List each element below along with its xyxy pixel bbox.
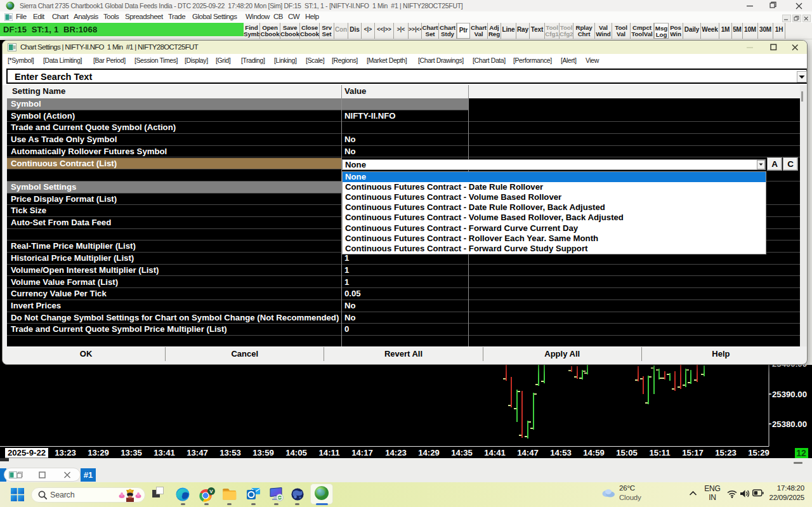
svg-text:13:59: 13:59 bbox=[252, 448, 274, 458]
svg-text:13:53: 13:53 bbox=[219, 448, 241, 458]
svg-text:13:41: 13:41 bbox=[154, 448, 175, 458]
svg-text:14:05: 14:05 bbox=[285, 448, 307, 458]
svg-text:15:29: 15:29 bbox=[748, 448, 769, 458]
svg-text:15:17: 15:17 bbox=[682, 448, 704, 458]
svg-text:25380.00: 25380.00 bbox=[772, 419, 807, 429]
svg-text:14:59: 14:59 bbox=[583, 448, 605, 458]
svg-text:15:05: 15:05 bbox=[616, 448, 638, 458]
svg-text:14:35: 14:35 bbox=[451, 448, 473, 458]
svg-text:13:23: 13:23 bbox=[55, 448, 76, 458]
svg-text:13:35: 13:35 bbox=[121, 448, 142, 458]
svg-text:13:47: 13:47 bbox=[187, 448, 208, 458]
svg-text:13:29: 13:29 bbox=[88, 448, 109, 458]
svg-text:14:17: 14:17 bbox=[351, 448, 373, 458]
svg-text:14:53: 14:53 bbox=[550, 448, 572, 458]
svg-text:V: V bbox=[209, 489, 213, 494]
svg-text:15:23: 15:23 bbox=[715, 448, 737, 458]
svg-text:14:29: 14:29 bbox=[418, 448, 440, 458]
svg-text:12: 12 bbox=[796, 448, 806, 458]
svg-text:14:11: 14:11 bbox=[318, 448, 339, 458]
svg-text:15:11: 15:11 bbox=[649, 448, 670, 458]
svg-text:2025-9-22: 2025-9-22 bbox=[8, 448, 46, 458]
svg-text:14:41: 14:41 bbox=[484, 448, 506, 458]
svg-text:14:47: 14:47 bbox=[517, 448, 539, 458]
svg-text:14:23: 14:23 bbox=[385, 448, 407, 458]
svg-text:25390.00: 25390.00 bbox=[772, 390, 807, 399]
